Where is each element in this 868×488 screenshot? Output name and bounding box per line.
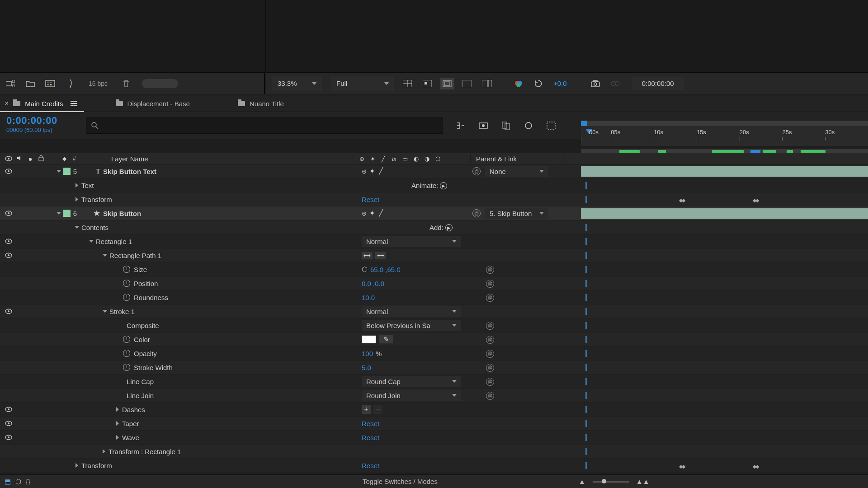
prop-group-stroke-1[interactable]: Stroke 1 Normal	[0, 305, 868, 319]
twisty[interactable]	[113, 435, 122, 440]
prop-value[interactable]: 65.0 ,65.0	[370, 266, 401, 273]
safezone-icon[interactable]	[440, 78, 454, 89]
solo-column-icon[interactable]: ●	[26, 155, 34, 163]
prop-opacity[interactable]: Opacity 100% @	[0, 347, 868, 361]
footer-btn-3[interactable]: {}	[26, 478, 30, 486]
search-pill[interactable]	[142, 79, 178, 88]
path-direction-icon[interactable]: ⟷	[375, 252, 386, 259]
footer-btn-1[interactable]: ⬒	[5, 478, 11, 486]
prop-group-taper[interactable]: Taper Reset	[0, 417, 868, 431]
pickwhip-icon[interactable]: @	[486, 378, 494, 386]
pickwhip-icon[interactable]: @	[486, 322, 494, 330]
reset-link[interactable]: Reset	[362, 196, 379, 203]
tab-main-credits[interactable]: × Main Credits	[0, 95, 84, 112]
video-column-icon[interactable]	[5, 155, 13, 163]
label-color[interactable]	[63, 168, 71, 175]
layer-search[interactable]	[86, 117, 443, 134]
snapshot-icon[interactable]	[589, 78, 602, 89]
frameblend-icon[interactable]: ▭	[401, 155, 409, 162]
current-timecode[interactable]: 0:00:00:00	[6, 115, 86, 127]
prop-linejoin[interactable]: Line Join Round Join @	[0, 389, 868, 403]
prop-color[interactable]: Color ✎ @	[0, 333, 868, 347]
footer-btn-2[interactable]: ⬡	[15, 478, 21, 486]
twisty[interactable]	[87, 240, 96, 243]
resolution-dropdown[interactable]: Full	[331, 76, 394, 91]
exposure-value[interactable]: +0.0	[553, 80, 567, 87]
stopwatch-icon[interactable]	[123, 266, 130, 273]
add-dash-button[interactable]: +	[362, 405, 371, 414]
video-toggle[interactable]	[5, 433, 13, 441]
parent-dropdown[interactable]: 5. Skip Button	[485, 208, 548, 219]
draft3d-icon[interactable]	[476, 120, 490, 131]
animate-menu-icon[interactable]: ▸	[440, 182, 447, 189]
lock-column-icon[interactable]	[37, 155, 45, 163]
flowchart-icon[interactable]	[5, 79, 16, 89]
fx-icon[interactable]: fx	[390, 155, 398, 162]
twisty[interactable]	[54, 212, 63, 215]
pickwhip-icon[interactable]: @	[486, 350, 494, 358]
prop-linecap[interactable]: Line Cap Round Cap @	[0, 375, 868, 389]
path-direction-icon[interactable]: ⟷	[362, 252, 373, 259]
prop-position[interactable]: Position 0.0 ,0.0 @	[0, 277, 868, 291]
collapse-icon[interactable]: ✶	[368, 155, 377, 162]
pickwhip-icon[interactable]: @	[486, 294, 494, 302]
adjustment-icon[interactable]	[64, 79, 76, 89]
video-toggle[interactable]	[5, 251, 13, 259]
motionblur-switch-icon[interactable]: ◐	[412, 155, 420, 162]
pickwhip-icon[interactable]: @	[472, 209, 481, 217]
tab-displacement[interactable]: Displacement - Base	[111, 95, 197, 112]
prop-value[interactable]: 10.0	[362, 294, 375, 301]
video-toggle[interactable]	[5, 237, 13, 245]
pickwhip-icon[interactable]: @	[486, 364, 494, 372]
shy-icon[interactable]: ⊕	[358, 155, 366, 162]
twisty[interactable]	[72, 226, 81, 229]
twisty[interactable]	[113, 407, 122, 412]
reset-link[interactable]: Reset	[362, 420, 379, 427]
graph-editor-icon[interactable]	[544, 120, 558, 131]
motion-blur-icon[interactable]	[522, 120, 535, 131]
prop-group-rectangle-path-1[interactable]: Rectangle Path 1 ⟷⟷	[0, 249, 868, 263]
pickwhip-icon[interactable]: @	[486, 266, 494, 274]
prop-group-transform[interactable]: Transform Reset ◆◆◆◆	[0, 192, 868, 206]
twisty[interactable]	[100, 254, 109, 257]
work-area-bar[interactable]	[581, 121, 868, 126]
add-menu-icon[interactable]: ▸	[445, 224, 453, 231]
color-mgmt-icon[interactable]	[512, 78, 525, 89]
prop-group-transform-layer6[interactable]: Transform Reset ◆◆◆◆	[0, 459, 868, 473]
prop-group-text[interactable]: Text Animate: ▸	[0, 178, 868, 192]
trash-icon[interactable]	[120, 79, 132, 89]
label-column-icon[interactable]: ◆	[62, 155, 66, 162]
preview-timecode[interactable]: 0:00:00:00	[632, 77, 684, 90]
prop-strokewidth[interactable]: Stroke Width 5.0 @	[0, 361, 868, 375]
twisty[interactable]	[72, 463, 81, 468]
zoom-dropdown[interactable]: 33.3%	[272, 76, 322, 91]
audio-column-icon[interactable]	[15, 155, 24, 163]
prop-group-rectangle-1[interactable]: Rectangle 1 Normal	[0, 235, 868, 249]
reset-link[interactable]: Reset	[362, 434, 379, 441]
transparency-grid-icon[interactable]	[401, 78, 414, 89]
reset-exposure-icon[interactable]	[532, 78, 545, 89]
mask-toggle-icon[interactable]	[420, 78, 434, 89]
twisty[interactable]	[99, 449, 108, 454]
pickwhip-icon[interactable]: @	[472, 167, 481, 175]
prop-group-transform-rect[interactable]: Transform : Rectangle 1	[0, 445, 868, 459]
folder-icon[interactable]	[24, 79, 36, 89]
tab-nuano[interactable]: Nuano Title	[233, 95, 291, 112]
eyedropper-icon[interactable]: ✎	[379, 335, 393, 343]
twisty[interactable]	[54, 170, 63, 173]
show-snapshot-icon[interactable]	[609, 78, 622, 89]
video-toggle[interactable]	[5, 307, 13, 315]
tab-menu-icon[interactable]	[71, 101, 77, 106]
pickwhip-icon[interactable]: @	[486, 392, 494, 400]
stopwatch-icon[interactable]	[123, 350, 130, 357]
linejoin-dropdown[interactable]: Round Join	[362, 390, 461, 401]
comp-mini-flowchart-icon[interactable]	[454, 120, 467, 131]
stopwatch-icon[interactable]	[123, 364, 130, 371]
twisty[interactable]	[113, 421, 122, 426]
constrain-icon[interactable]: ⬡	[362, 265, 368, 273]
label-color[interactable]	[63, 210, 71, 217]
frame-blend-icon[interactable]	[499, 120, 513, 131]
pickwhip-icon[interactable]: @	[486, 336, 494, 344]
video-toggle[interactable]	[5, 167, 13, 175]
3d-switch-icon[interactable]: ⬡	[434, 155, 442, 162]
